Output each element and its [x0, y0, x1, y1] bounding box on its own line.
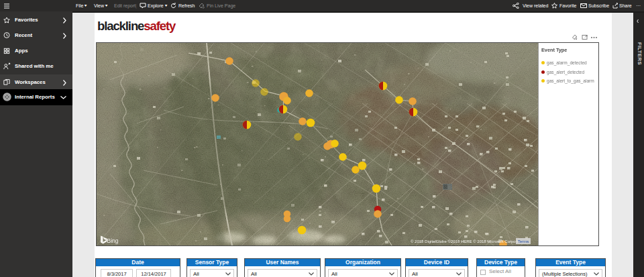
svg-text:Bing: Bing: [107, 237, 119, 244]
svg-text:© 2018 DigitalGlobe ©2018 HERE: © 2018 DigitalGlobe ©2018 HERE © 2018 Mi…: [411, 239, 526, 243]
svg-text:Terms: Terms: [518, 239, 529, 243]
